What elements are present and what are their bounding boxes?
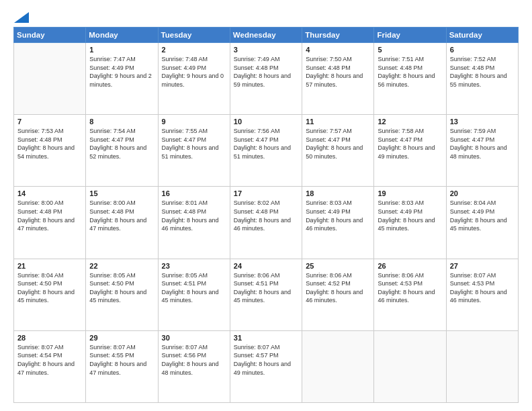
calendar-cell — [302, 330, 374, 402]
calendar-cell — [14, 43, 86, 115]
day-number: 31 — [234, 334, 298, 342]
day-info: Sunrise: 8:07 AMSunset: 4:53 PMDaylight:… — [450, 271, 515, 305]
day-info: Sunrise: 7:49 AMSunset: 4:48 PMDaylight:… — [234, 55, 298, 89]
header-thursday: Thursday — [302, 28, 374, 43]
day-number: 22 — [89, 262, 154, 270]
calendar-cell: 17Sunrise: 8:02 AMSunset: 4:48 PMDayligh… — [230, 187, 302, 259]
calendar-cell: 27Sunrise: 8:07 AMSunset: 4:53 PMDayligh… — [446, 259, 518, 330]
day-number: 17 — [234, 189, 298, 197]
day-number: 11 — [306, 118, 370, 126]
day-number: 20 — [450, 189, 515, 197]
day-number: 5 — [378, 46, 442, 54]
calendar-cell: 2Sunrise: 7:48 AMSunset: 4:49 PMDaylight… — [158, 43, 230, 115]
day-number: 9 — [162, 118, 226, 126]
header-friday: Friday — [374, 28, 446, 43]
calendar-cell — [446, 330, 518, 402]
day-number: 3 — [234, 46, 298, 54]
header-tuesday: Tuesday — [158, 28, 230, 43]
day-number: 30 — [162, 334, 226, 342]
day-number: 14 — [17, 189, 82, 197]
day-number: 10 — [234, 118, 298, 126]
day-info: Sunrise: 8:02 AMSunset: 4:48 PMDaylight:… — [234, 199, 298, 232]
day-number: 16 — [162, 189, 226, 197]
day-number: 25 — [306, 262, 370, 270]
day-info: Sunrise: 8:00 AMSunset: 4:48 PMDaylight:… — [89, 199, 154, 232]
header-wednesday: Wednesday — [230, 28, 302, 43]
calendar-cell: 15Sunrise: 8:00 AMSunset: 4:48 PMDayligh… — [86, 187, 158, 259]
calendar-cell: 23Sunrise: 8:05 AMSunset: 4:51 PMDayligh… — [158, 259, 230, 330]
day-number: 8 — [89, 118, 154, 126]
day-number: 26 — [378, 262, 442, 270]
day-info: Sunrise: 8:05 AMSunset: 4:50 PMDaylight:… — [89, 271, 154, 305]
calendar-cell: 8Sunrise: 7:54 AMSunset: 4:47 PMDaylight… — [86, 115, 158, 187]
day-info: Sunrise: 7:50 AMSunset: 4:48 PMDaylight:… — [306, 55, 370, 89]
day-info: Sunrise: 7:48 AMSunset: 4:49 PMDaylight:… — [162, 55, 226, 89]
day-number: 24 — [234, 262, 298, 270]
calendar-cell: 30Sunrise: 8:07 AMSunset: 4:56 PMDayligh… — [158, 330, 230, 402]
logo-icon — [14, 12, 29, 23]
day-info: Sunrise: 8:07 AMSunset: 4:56 PMDaylight:… — [162, 343, 226, 377]
day-info: Sunrise: 7:59 AMSunset: 4:47 PMDaylight:… — [450, 127, 515, 161]
calendar-cell: 1Sunrise: 7:47 AMSunset: 4:49 PMDaylight… — [86, 43, 158, 115]
day-number: 29 — [89, 334, 154, 342]
day-info: Sunrise: 8:05 AMSunset: 4:51 PMDaylight:… — [162, 271, 226, 305]
calendar-cell: 12Sunrise: 7:58 AMSunset: 4:47 PMDayligh… — [374, 115, 446, 187]
calendar-cell: 26Sunrise: 8:06 AMSunset: 4:53 PMDayligh… — [374, 259, 446, 330]
calendar-cell: 31Sunrise: 8:07 AMSunset: 4:57 PMDayligh… — [230, 330, 302, 402]
day-info: Sunrise: 7:47 AMSunset: 4:49 PMDaylight:… — [89, 55, 154, 89]
day-info: Sunrise: 8:00 AMSunset: 4:48 PMDaylight:… — [17, 199, 82, 232]
day-info: Sunrise: 7:51 AMSunset: 4:48 PMDaylight:… — [378, 55, 442, 89]
calendar-cell: 24Sunrise: 8:06 AMSunset: 4:51 PMDayligh… — [230, 259, 302, 330]
calendar-cell: 28Sunrise: 8:07 AMSunset: 4:54 PMDayligh… — [14, 330, 86, 402]
day-number: 15 — [89, 189, 154, 197]
day-number: 19 — [378, 189, 442, 197]
calendar-week-row: 7Sunrise: 7:53 AMSunset: 4:48 PMDaylight… — [14, 115, 519, 187]
calendar-week-row: 14Sunrise: 8:00 AMSunset: 4:48 PMDayligh… — [14, 187, 519, 259]
day-info: Sunrise: 7:54 AMSunset: 4:47 PMDaylight:… — [89, 127, 154, 161]
calendar-cell — [374, 330, 446, 402]
calendar-cell: 5Sunrise: 7:51 AMSunset: 4:48 PMDaylight… — [374, 43, 446, 115]
calendar-cell: 14Sunrise: 8:00 AMSunset: 4:48 PMDayligh… — [14, 187, 86, 259]
day-info: Sunrise: 8:06 AMSunset: 4:53 PMDaylight:… — [378, 271, 442, 305]
calendar-cell: 9Sunrise: 7:55 AMSunset: 4:47 PMDaylight… — [158, 115, 230, 187]
day-number: 28 — [17, 334, 82, 342]
day-number: 27 — [450, 262, 515, 270]
header-saturday: Saturday — [446, 28, 518, 43]
header-monday: Monday — [86, 28, 158, 43]
calendar-week-row: 21Sunrise: 8:04 AMSunset: 4:50 PMDayligh… — [14, 259, 519, 330]
calendar-cell: 20Sunrise: 8:04 AMSunset: 4:49 PMDayligh… — [446, 187, 518, 259]
day-number: 7 — [17, 118, 82, 126]
header — [13, 12, 519, 20]
day-info: Sunrise: 8:07 AMSunset: 4:55 PMDaylight:… — [89, 343, 154, 377]
calendar-cell: 19Sunrise: 8:03 AMSunset: 4:49 PMDayligh… — [374, 187, 446, 259]
weekday-header-row: Sunday Monday Tuesday Wednesday Thursday… — [14, 28, 519, 43]
calendar-cell: 4Sunrise: 7:50 AMSunset: 4:48 PMDaylight… — [302, 43, 374, 115]
calendar-cell: 6Sunrise: 7:52 AMSunset: 4:48 PMDaylight… — [446, 43, 518, 115]
calendar-cell: 21Sunrise: 8:04 AMSunset: 4:50 PMDayligh… — [14, 259, 86, 330]
day-info: Sunrise: 8:03 AMSunset: 4:49 PMDaylight:… — [378, 199, 442, 232]
day-number: 12 — [378, 118, 442, 126]
day-number: 23 — [162, 262, 226, 270]
header-sunday: Sunday — [14, 28, 86, 43]
day-info: Sunrise: 7:52 AMSunset: 4:48 PMDaylight:… — [450, 55, 515, 89]
calendar-cell: 25Sunrise: 8:06 AMSunset: 4:52 PMDayligh… — [302, 259, 374, 330]
day-number: 6 — [450, 46, 515, 54]
day-info: Sunrise: 7:53 AMSunset: 4:48 PMDaylight:… — [17, 127, 82, 161]
day-info: Sunrise: 8:07 AMSunset: 4:54 PMDaylight:… — [17, 343, 82, 377]
day-number: 2 — [162, 46, 226, 54]
calendar-cell: 16Sunrise: 8:01 AMSunset: 4:48 PMDayligh… — [158, 187, 230, 259]
day-number: 21 — [17, 262, 82, 270]
calendar-cell: 7Sunrise: 7:53 AMSunset: 4:48 PMDaylight… — [14, 115, 86, 187]
day-info: Sunrise: 8:06 AMSunset: 4:51 PMDaylight:… — [234, 271, 298, 305]
day-info: Sunrise: 7:56 AMSunset: 4:47 PMDaylight:… — [234, 127, 298, 161]
day-info: Sunrise: 8:04 AMSunset: 4:50 PMDaylight:… — [17, 271, 82, 305]
logo — [13, 12, 30, 20]
day-info: Sunrise: 7:58 AMSunset: 4:47 PMDaylight:… — [378, 127, 442, 161]
calendar-week-row: 28Sunrise: 8:07 AMSunset: 4:54 PMDayligh… — [14, 330, 519, 402]
calendar-cell: 22Sunrise: 8:05 AMSunset: 4:50 PMDayligh… — [86, 259, 158, 330]
calendar-table: Sunday Monday Tuesday Wednesday Thursday… — [13, 27, 519, 403]
day-info: Sunrise: 8:01 AMSunset: 4:48 PMDaylight:… — [162, 199, 226, 232]
svg-marker-0 — [14, 12, 29, 23]
day-info: Sunrise: 8:04 AMSunset: 4:49 PMDaylight:… — [450, 199, 515, 232]
page: Sunday Monday Tuesday Wednesday Thursday… — [0, 0, 532, 411]
